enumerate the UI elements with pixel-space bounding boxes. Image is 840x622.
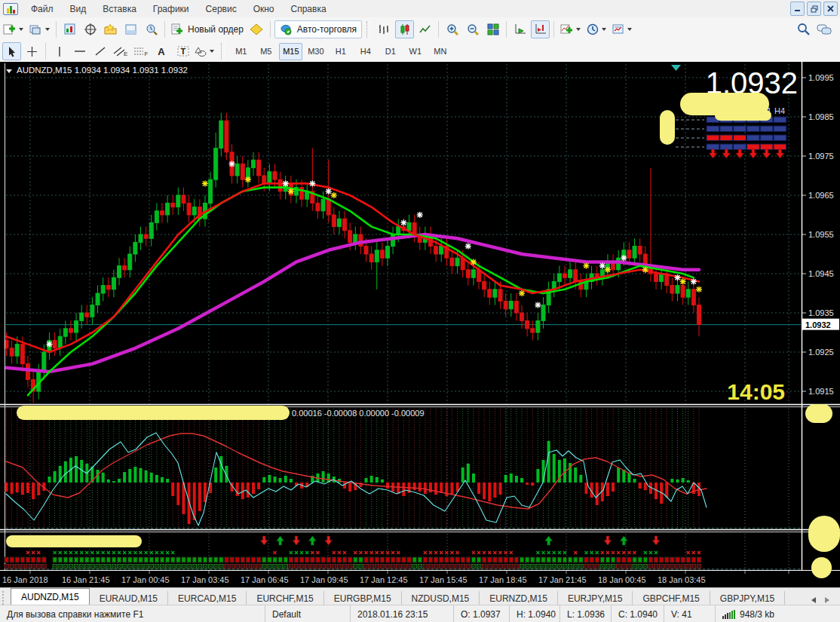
horizontal-line-tool-button[interactable] — [70, 42, 89, 60]
timeframe-w1[interactable]: W1 — [403, 43, 427, 60]
timeframe-m5[interactable]: M5 — [254, 43, 277, 60]
shapes-tool-button[interactable] — [192, 42, 216, 60]
status-datetime: 2018.01.16 23:15 — [351, 605, 454, 622]
autotrading-button[interactable]: Авто-торговля — [274, 20, 362, 38]
chart-workspace[interactable]: M1M5M15M30H1H4AUDNZD,M15 1.0934 1.0934 1… — [0, 62, 840, 587]
tab-gbpjpy-m15[interactable]: GBPJPY,M15 — [710, 591, 785, 605]
tabs-grip[interactable] — [2, 591, 9, 605]
indicators-button[interactable] — [558, 20, 583, 38]
timeframe-m30[interactable]: M30 — [304, 43, 327, 60]
chevron-down-icon — [19, 28, 23, 31]
label-tool-glyph: T — [180, 47, 185, 56]
channel-glyph: E — [124, 51, 127, 57]
timeframe-d1[interactable]: D1 — [379, 43, 402, 60]
svg-text:14:05: 14:05 — [727, 379, 785, 404]
fibo-glyph: F — [144, 51, 148, 57]
status-profile[interactable]: Default — [265, 605, 351, 622]
tab-eurgbp-m15[interactable]: EURGBP,M15 — [324, 591, 402, 605]
connection-bars-icon — [722, 610, 735, 619]
navigator-button[interactable] — [101, 20, 120, 38]
tab-eurjpy-m15[interactable]: EURJPY,M15 — [558, 591, 633, 605]
tab-eurcad-m15[interactable]: EURCAD,M15 — [168, 591, 247, 605]
zoom-out-button[interactable] — [463, 20, 482, 38]
menu--[interactable]: Вид — [62, 2, 95, 16]
status-bar: Для вызова справки нажмите F1 Default 20… — [0, 605, 840, 622]
menu--[interactable]: Сервис — [198, 2, 245, 16]
data-window-button[interactable] — [81, 20, 100, 38]
metaeditor-button[interactable] — [247, 20, 266, 38]
profiles-button[interactable] — [27, 20, 52, 38]
tab-euraud-m15[interactable]: EURAUD,M15 — [90, 591, 168, 605]
menu--[interactable]: Графики — [145, 2, 198, 16]
status-high: H: 1.0940 — [510, 605, 560, 622]
label-tool-button[interactable]: T — [172, 42, 191, 60]
app-logo-icon — [3, 3, 18, 15]
toolbar-grip[interactable] — [221, 43, 225, 60]
svg-text:17 Jan 03:45: 17 Jan 03:45 — [181, 575, 229, 584]
crosshair-tool-button[interactable] — [23, 42, 41, 60]
line-chart-mode-button[interactable] — [415, 20, 434, 38]
channel-tool-button[interactable]: E — [111, 42, 130, 60]
auto-scroll-button[interactable] — [510, 20, 529, 38]
timeframe-mn[interactable]: MN — [428, 43, 452, 60]
svg-text:1.0935: 1.0935 — [808, 308, 834, 317]
tab-scroll-right-icon[interactable] — [825, 597, 829, 603]
status-volume: V: 41 — [664, 605, 716, 622]
candle-chart-mode-button[interactable] — [395, 20, 414, 38]
tab-eurchf-m15[interactable]: EURCHF,M15 — [247, 591, 323, 605]
tab-scroll-left-icon[interactable] — [811, 597, 816, 603]
text-tool-button[interactable]: A — [152, 42, 170, 60]
restore-button[interactable] — [807, 2, 821, 16]
tab-gbpchf-m15[interactable]: GBPCHF,M15 — [633, 591, 710, 605]
tile-windows-button[interactable] — [483, 20, 502, 38]
timeframe-h4[interactable]: H4 — [354, 43, 377, 60]
separator — [270, 21, 271, 38]
trendline-tool-button[interactable] — [90, 42, 109, 60]
search-button[interactable] — [794, 20, 813, 38]
svg-text:1.0945: 1.0945 — [808, 269, 834, 278]
cursor-tool-button[interactable] — [2, 42, 21, 60]
svg-text:18 Jan 00:45: 18 Jan 00:45 — [598, 575, 646, 584]
svg-text:0.00016 -0.00008 0.00000 -0.00: 0.00016 -0.00008 0.00000 -0.00009 — [292, 409, 425, 418]
chat-button[interactable] — [814, 20, 834, 38]
timeframe-m15[interactable]: M15 — [279, 43, 302, 60]
periods-button[interactable] — [584, 20, 609, 38]
strategy-tester-button[interactable] — [142, 20, 161, 38]
close-button[interactable] — [823, 2, 838, 16]
chevron-down-icon — [602, 28, 606, 31]
zoom-in-button[interactable] — [443, 20, 461, 38]
menu--[interactable]: Файл — [23, 2, 62, 16]
chevron-down-icon — [210, 50, 214, 53]
terminal-button[interactable] — [121, 20, 140, 38]
svg-text:17 Jan 12:45: 17 Jan 12:45 — [360, 575, 408, 584]
standard-toolbar: Новый ордер Авто-торговля — [0, 17, 840, 41]
bar-chart-mode-button[interactable] — [375, 20, 394, 38]
tab-nzdusd-m15[interactable]: NZDUSD,M15 — [402, 591, 480, 605]
svg-text:17 Jan 21:45: 17 Jan 21:45 — [538, 575, 587, 584]
svg-text:AUDNZD,M15 1.0934 1.0934 1.09: AUDNZD,M15 1.0934 1.0934 1.0931 1.0932 — [17, 66, 188, 75]
new-chart-button[interactable] — [1, 20, 26, 38]
svg-text:1.0932: 1.0932 — [805, 320, 831, 329]
chart-shift-button[interactable] — [531, 20, 550, 38]
timeframe-h1[interactable]: H1 — [329, 43, 352, 60]
templates-button[interactable] — [610, 20, 634, 38]
svg-text:1.0915: 1.0915 — [808, 387, 834, 396]
autotrading-label: Авто-торговля — [297, 24, 357, 35]
menu--[interactable]: Вставка — [94, 2, 145, 16]
chart-tabs-bar: AUDNZD,M15EURAUD,M15EURCAD,M15EURCHF,M15… — [0, 587, 840, 605]
toolbar-grip[interactable] — [366, 21, 370, 38]
status-open: O: 1.0937 — [454, 605, 510, 622]
market-watch-button[interactable] — [60, 20, 79, 38]
vertical-line-tool-button[interactable] — [50, 42, 69, 60]
fibonacci-tool-button[interactable]: F — [131, 42, 150, 60]
window-controls — [790, 2, 838, 16]
tab-eurnzd-m15[interactable]: EURNZD,M15 — [480, 591, 558, 605]
menu--[interactable]: Справка — [283, 2, 335, 16]
svg-text:1.0965: 1.0965 — [808, 191, 834, 200]
svg-text:1.0975: 1.0975 — [808, 152, 834, 161]
menu--[interactable]: Окно — [245, 2, 283, 16]
minimize-button[interactable] — [790, 2, 805, 16]
tab-audnzd-m15[interactable]: AUDNZD,M15 — [11, 588, 90, 605]
timeframe-m1[interactable]: M1 — [229, 43, 253, 60]
new-order-button[interactable]: Новый ордер — [169, 20, 246, 38]
